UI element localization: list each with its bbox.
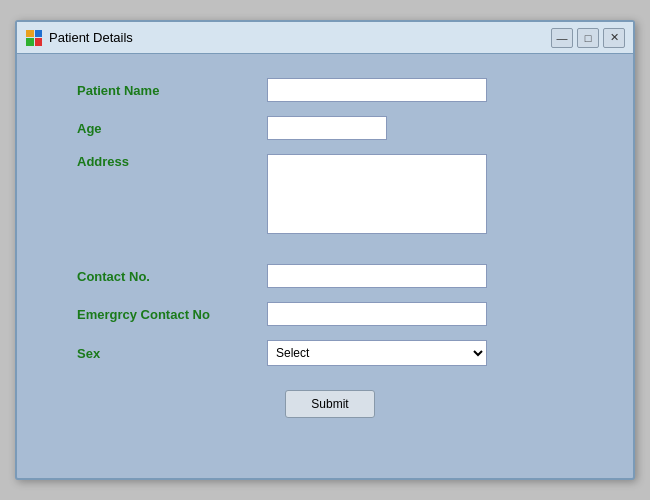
- patient-details-window: Patient Details — □ ✕ Patient Name Age A…: [15, 20, 635, 480]
- emergency-contact-input[interactable]: [267, 302, 487, 326]
- address-input[interactable]: [267, 154, 487, 234]
- age-label: Age: [77, 121, 267, 136]
- app-icon: [25, 29, 43, 47]
- sex-select[interactable]: Select Male Female Other: [267, 340, 487, 366]
- emergency-row: Emergrcy Contact No: [77, 302, 583, 326]
- window-controls: — □ ✕: [551, 28, 625, 48]
- age-row: Age: [77, 116, 583, 140]
- contact-row: Contact No.: [77, 264, 583, 288]
- minimize-button[interactable]: —: [551, 28, 573, 48]
- address-row: Address: [77, 154, 583, 234]
- title-bar-left: Patient Details: [25, 29, 133, 47]
- contact-input[interactable]: [267, 264, 487, 288]
- emergency-label: Emergrcy Contact No: [77, 307, 267, 322]
- patient-name-row: Patient Name: [77, 78, 583, 102]
- age-input[interactable]: [267, 116, 387, 140]
- submit-row: Submit: [77, 390, 583, 418]
- title-bar: Patient Details — □ ✕: [17, 22, 633, 54]
- submit-button[interactable]: Submit: [285, 390, 375, 418]
- contact-label: Contact No.: [77, 269, 267, 284]
- patient-name-input[interactable]: [267, 78, 487, 102]
- form-area: Patient Name Age Address Contact No. Eme…: [17, 54, 633, 478]
- close-button[interactable]: ✕: [603, 28, 625, 48]
- patient-name-label: Patient Name: [77, 83, 267, 98]
- sex-label: Sex: [77, 346, 267, 361]
- address-label: Address: [77, 154, 267, 169]
- maximize-button[interactable]: □: [577, 28, 599, 48]
- sex-row: Sex Select Male Female Other: [77, 340, 583, 366]
- window-title: Patient Details: [49, 30, 133, 45]
